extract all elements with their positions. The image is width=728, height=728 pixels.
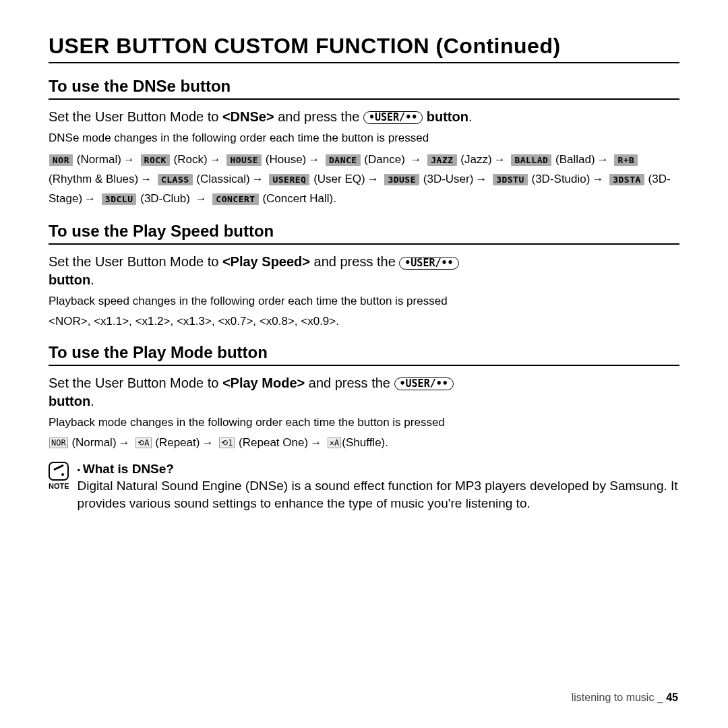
mode-label: Normal (75, 436, 113, 449)
text: Set the User Button Mode to (49, 254, 222, 269)
text: and press the (310, 254, 399, 269)
mode-badge: DANCE (326, 154, 361, 166)
mode-label: Shuffle (346, 436, 382, 449)
bullet-icon: ▪ (78, 465, 80, 475)
mode-badge: CLASS (158, 174, 193, 185)
text: Set the User Button Mode to (49, 109, 222, 124)
playmode-desc: Playback mode changes in the following o… (49, 415, 679, 431)
text: and press the (305, 375, 394, 390)
user-button-icon: •USER/•• (394, 377, 454, 390)
note-label: NOTE (49, 482, 69, 490)
mode-badge: 3DSTU (493, 174, 528, 185)
mode-label: 3D-User (427, 173, 469, 185)
mode-label: 3D-Club (144, 192, 186, 205)
page-title: USER BUTTON CUSTOM FUNCTION (Continued) (49, 34, 679, 63)
mode-label: Rhythm & Blues (53, 173, 135, 185)
note-title: What is DNSe? (83, 462, 174, 476)
note-block: NOTE ▪What is DNSe? Digital Natural Soun… (49, 460, 679, 512)
text: button (49, 394, 90, 408)
mode-label: House (269, 153, 302, 166)
dnse-intro: Set the User Button Mode to <DNSe> and p… (49, 108, 679, 126)
page-number: 45 (666, 692, 678, 703)
note-text: Digital Natural Sound Engine (DNSe) is a… (78, 479, 678, 510)
mode-label: Rock (177, 153, 204, 166)
note-icon-wrap: NOTE (49, 462, 69, 490)
playspeed-desc: Playback speed changes in the following … (49, 293, 679, 309)
mode-badge: HOUSE (226, 154, 262, 166)
mode-badge: NOR (49, 154, 73, 166)
mode-label: Jazz (464, 153, 488, 166)
mode-badge: R+B (614, 154, 638, 166)
mode-label: Repeat (159, 436, 196, 449)
mode-label: Repeat One (243, 436, 305, 449)
section-dnse-heading: To use the DNSe button (49, 77, 679, 100)
mode-label: Normal (80, 153, 117, 166)
text: button (427, 109, 468, 124)
mode-badge: 3DUSE (384, 174, 419, 185)
mode-name: <Play Mode> (222, 375, 305, 390)
note-icon (49, 462, 69, 481)
user-button-icon: •USER/•• (399, 257, 458, 270)
mode-badge: 3DCLU (102, 193, 137, 205)
mode-label: 3D-Studio (535, 173, 586, 185)
dnse-desc: DNSe mode changes in the following order… (49, 130, 679, 146)
mode-badge: BALLAD (511, 154, 551, 166)
text: and press the (274, 109, 363, 124)
text: Set the User Button Mode to (49, 375, 222, 390)
mode-label: Dance (368, 153, 401, 166)
user-button-icon: •USER/•• (363, 111, 423, 124)
mode-label: Classical (200, 173, 246, 185)
playspeed-intro: Set the User Button Mode to <Play Speed>… (49, 253, 679, 289)
footer-section: listening to music _ (572, 692, 663, 703)
page-footer: listening to music _ 45 (572, 692, 678, 704)
playspeed-list: <NOR>, <x1.1>, <x1.2>, <x1.3>, <x0.7>, <… (49, 313, 679, 330)
mode-badge: ROCK (141, 154, 170, 166)
section-playmode-heading: To use the Play Mode button (49, 343, 679, 366)
mode-badge: 3DSTA (609, 174, 644, 185)
playmode-normal-icon: NOR (49, 437, 68, 448)
mode-label: Concert Hall (266, 192, 330, 205)
dnse-modes-list: NOR (Normal)→ ROCK (Rock)→ HOUSE (House)… (49, 150, 679, 209)
text: button (49, 272, 90, 287)
mode-name: <Play Speed> (222, 254, 310, 269)
playmode-list: NOR (Normal)→ ⟲A (Repeat)→ ⟲1 (Repeat On… (49, 435, 679, 451)
playmode-intro: Set the User Button Mode to <Play Mode> … (49, 374, 679, 411)
mode-name: <DNSe> (222, 109, 274, 124)
section-playspeed-heading: To use the Play Speed button (49, 222, 679, 245)
mode-label: Ballad (559, 153, 591, 166)
playmode-repeat-icon: ⟲A (135, 437, 151, 448)
mode-badge: CONCERT (212, 193, 258, 205)
playmode-repeat-one-icon: ⟲1 (219, 437, 235, 448)
note-body: ▪What is DNSe? Digital Natural Sound Eng… (78, 460, 679, 512)
mode-badge: USEREQ (269, 174, 309, 185)
mode-label: User EQ (317, 173, 361, 185)
playmode-shuffle-icon: ✕A (328, 437, 341, 448)
mode-badge: JAZZ (427, 154, 456, 166)
